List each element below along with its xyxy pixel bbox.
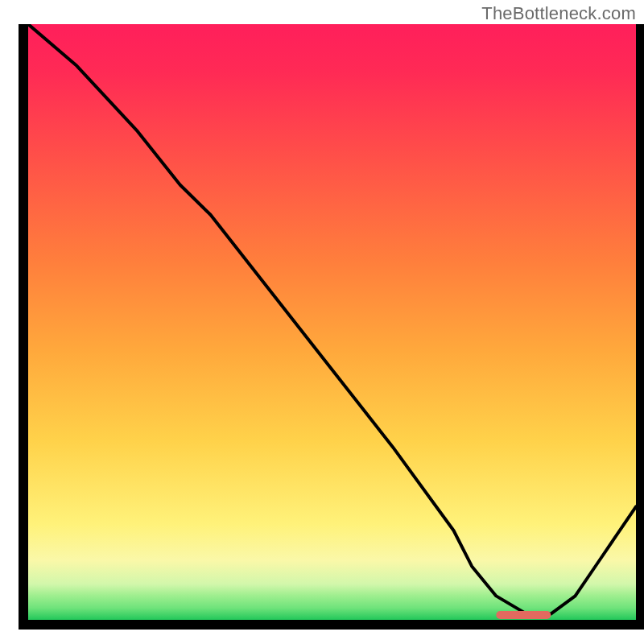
watermark-text: TheBottleneck.com <box>481 3 636 24</box>
plot-area <box>28 24 636 620</box>
axis-frame-left <box>19 24 28 630</box>
optimal-range-marker <box>496 611 551 619</box>
axis-frame-right <box>636 24 644 630</box>
chart-canvas: TheBottleneck.com <box>0 0 644 644</box>
axis-frame-bottom <box>19 620 644 630</box>
